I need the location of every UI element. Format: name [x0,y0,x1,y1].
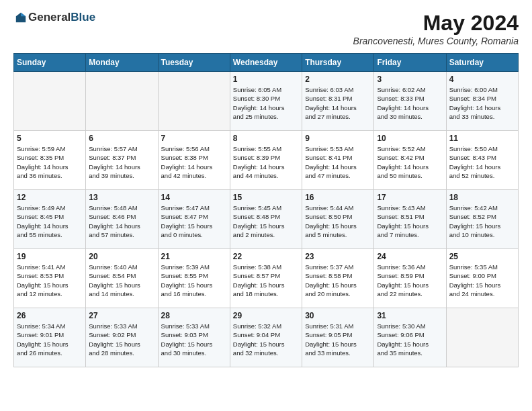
day-info: Sunrise: 5:45 AM Sunset: 8:48 PM Dayligh… [233,203,299,239]
day-number: 13 [89,193,154,202]
day-info: Sunrise: 5:55 AM Sunset: 8:39 PM Dayligh… [233,144,299,180]
day-info: Sunrise: 5:59 AM Sunset: 8:35 PM Dayligh… [17,144,83,180]
day-info: Sunrise: 5:48 AM Sunset: 8:46 PM Dayligh… [89,203,154,239]
calendar-week-row: 1Sunrise: 6:05 AM Sunset: 8:30 PM Daylig… [14,72,519,131]
day-info: Sunrise: 5:47 AM Sunset: 8:47 PM Dayligh… [161,203,227,239]
calendar-day-cell: 27Sunrise: 5:33 AM Sunset: 9:02 PM Dayli… [86,308,158,367]
day-info: Sunrise: 5:56 AM Sunset: 8:38 PM Dayligh… [161,144,227,180]
day-info: Sunrise: 5:32 AM Sunset: 9:04 PM Dayligh… [233,322,299,357]
day-number: 10 [377,134,443,143]
calendar-day-cell: 11Sunrise: 5:50 AM Sunset: 8:43 PM Dayli… [446,131,518,190]
calendar-day-cell: 4Sunrise: 6:00 AM Sunset: 8:34 PM Daylig… [446,72,518,131]
calendar-day-cell: 20Sunrise: 5:40 AM Sunset: 8:54 PM Dayli… [86,249,158,308]
day-number: 4 [449,75,515,84]
weekday-header-tuesday: Tuesday [158,54,230,72]
calendar-day-cell: 13Sunrise: 5:48 AM Sunset: 8:46 PM Dayli… [86,190,158,249]
empty-day-cell [86,72,158,131]
day-number: 24 [377,252,443,261]
day-info: Sunrise: 5:40 AM Sunset: 8:54 PM Dayligh… [89,263,154,298]
calendar-day-cell: 22Sunrise: 5:38 AM Sunset: 8:57 PM Dayli… [230,249,302,308]
day-number: 11 [449,134,515,143]
day-number: 5 [17,134,83,143]
calendar-day-cell: 18Sunrise: 5:42 AM Sunset: 8:52 PM Dayli… [446,190,518,249]
day-number: 25 [449,252,515,261]
day-number: 26 [17,311,83,320]
day-info: Sunrise: 5:35 AM Sunset: 9:00 PM Dayligh… [449,263,515,298]
day-info: Sunrise: 5:50 AM Sunset: 8:43 PM Dayligh… [449,144,515,180]
day-number: 15 [233,193,299,202]
calendar-day-cell: 26Sunrise: 5:34 AM Sunset: 9:01 PM Dayli… [14,308,86,367]
day-number: 18 [449,193,515,202]
calendar-day-cell: 14Sunrise: 5:47 AM Sunset: 8:47 PM Dayli… [158,190,230,249]
day-info: Sunrise: 5:49 AM Sunset: 8:45 PM Dayligh… [17,203,83,239]
day-info: Sunrise: 5:44 AM Sunset: 8:50 PM Dayligh… [305,203,371,239]
calendar-week-row: 12Sunrise: 5:49 AM Sunset: 8:45 PM Dayli… [14,190,519,249]
day-number: 12 [17,193,83,202]
svg-marker-1 [21,13,26,16]
calendar-day-cell: 15Sunrise: 5:45 AM Sunset: 8:48 PM Dayli… [230,190,302,249]
calendar-day-cell: 9Sunrise: 5:53 AM Sunset: 8:41 PM Daylig… [302,131,374,190]
day-info: Sunrise: 5:36 AM Sunset: 8:59 PM Dayligh… [377,263,443,298]
calendar-day-cell: 5Sunrise: 5:59 AM Sunset: 8:35 PM Daylig… [14,131,86,190]
day-info: Sunrise: 5:53 AM Sunset: 8:41 PM Dayligh… [305,144,371,180]
day-info: Sunrise: 5:57 AM Sunset: 8:37 PM Dayligh… [89,144,154,180]
day-number: 3 [377,75,443,84]
calendar-day-cell: 2Sunrise: 6:03 AM Sunset: 8:31 PM Daylig… [302,72,374,131]
calendar-day-cell: 29Sunrise: 5:32 AM Sunset: 9:04 PM Dayli… [230,308,302,367]
calendar-day-cell: 8Sunrise: 5:55 AM Sunset: 8:39 PM Daylig… [230,131,302,190]
weekday-header-saturday: Saturday [446,54,518,72]
day-number: 9 [305,134,371,143]
day-info: Sunrise: 5:42 AM Sunset: 8:52 PM Dayligh… [449,203,515,239]
day-number: 14 [161,193,227,202]
day-number: 29 [233,311,299,320]
day-info: Sunrise: 6:03 AM Sunset: 8:31 PM Dayligh… [305,85,371,121]
calendar-day-cell: 19Sunrise: 5:41 AM Sunset: 8:53 PM Dayli… [14,249,86,308]
day-number: 2 [305,75,371,84]
calendar-day-cell: 23Sunrise: 5:37 AM Sunset: 8:58 PM Dayli… [302,249,374,308]
calendar-day-cell: 25Sunrise: 5:35 AM Sunset: 9:00 PM Dayli… [446,249,518,308]
calendar-day-cell: 1Sunrise: 6:05 AM Sunset: 8:30 PM Daylig… [230,72,302,131]
logo: GeneralBlue [13,11,95,24]
day-number: 20 [89,252,154,261]
calendar-week-row: 26Sunrise: 5:34 AM Sunset: 9:01 PM Dayli… [14,308,519,367]
day-number: 19 [17,252,83,261]
weekday-header-row: SundayMondayTuesdayWednesdayThursdayFrid… [14,54,519,72]
day-number: 17 [377,193,443,202]
calendar-week-row: 19Sunrise: 5:41 AM Sunset: 8:53 PM Dayli… [14,249,519,308]
day-number: 21 [161,252,227,261]
calendar-day-cell: 17Sunrise: 5:43 AM Sunset: 8:51 PM Dayli… [374,190,446,249]
day-number: 7 [161,134,227,143]
month-year-title: May 2024 [353,11,519,36]
page-header: GeneralBlue May 2024 Brancovenesti, Mure… [13,11,519,46]
day-info: Sunrise: 6:00 AM Sunset: 8:34 PM Dayligh… [449,85,515,121]
weekday-header-thursday: Thursday [302,54,374,72]
logo-general-text: General [28,11,71,24]
day-info: Sunrise: 5:52 AM Sunset: 8:42 PM Dayligh… [377,144,443,180]
day-number: 6 [89,134,154,143]
calendar-day-cell: 12Sunrise: 5:49 AM Sunset: 8:45 PM Dayli… [14,190,86,249]
calendar-day-cell: 10Sunrise: 5:52 AM Sunset: 8:42 PM Dayli… [374,131,446,190]
title-area: May 2024 Brancovenesti, Mures County, Ro… [353,11,519,46]
day-info: Sunrise: 5:33 AM Sunset: 9:02 PM Dayligh… [89,322,154,357]
day-info: Sunrise: 5:38 AM Sunset: 8:57 PM Dayligh… [233,263,299,298]
day-info: Sunrise: 5:41 AM Sunset: 8:53 PM Dayligh… [17,263,83,298]
calendar-day-cell: 3Sunrise: 6:02 AM Sunset: 8:33 PM Daylig… [374,72,446,131]
logo-icon [15,11,27,24]
calendar-day-cell: 31Sunrise: 5:30 AM Sunset: 9:06 PM Dayli… [374,308,446,367]
day-info: Sunrise: 5:30 AM Sunset: 9:06 PM Dayligh… [377,322,443,357]
weekday-header-monday: Monday [86,54,158,72]
day-number: 28 [161,311,227,320]
day-number: 16 [305,193,371,202]
calendar-day-cell: 24Sunrise: 5:36 AM Sunset: 8:59 PM Dayli… [374,249,446,308]
day-number: 1 [233,75,299,84]
weekday-header-wednesday: Wednesday [230,54,302,72]
day-number: 22 [233,252,299,261]
day-number: 30 [305,311,371,320]
calendar-day-cell: 30Sunrise: 5:31 AM Sunset: 9:05 PM Dayli… [302,308,374,367]
day-info: Sunrise: 6:05 AM Sunset: 8:30 PM Dayligh… [233,85,299,121]
day-number: 8 [233,134,299,143]
day-number: 31 [377,311,443,320]
day-number: 27 [89,311,154,320]
day-info: Sunrise: 5:31 AM Sunset: 9:05 PM Dayligh… [305,322,371,357]
logo-blue-text: Blue [71,11,95,24]
